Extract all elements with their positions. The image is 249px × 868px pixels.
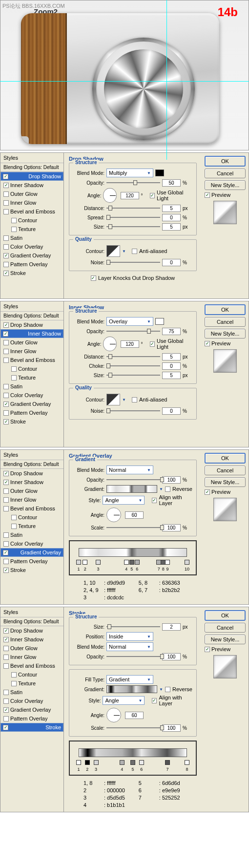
checkbox-icon[interactable] <box>3 419 9 424</box>
value-input[interactable] <box>162 328 181 335</box>
checkbox-icon[interactable] <box>3 541 9 547</box>
checkbox-icon[interactable] <box>3 410 9 416</box>
checkbox-icon[interactable] <box>3 200 9 206</box>
checkbox-icon[interactable] <box>3 488 9 494</box>
style-item-pattern-overlay[interactable]: Pattern Overlay <box>0 557 63 566</box>
new-style-button[interactable]: New Style... <box>205 180 246 190</box>
style-item-bevel-and-emboss[interactable]: Bevel and Emboss <box>0 356 63 364</box>
style-item-contour[interactable]: Contour <box>0 513 63 522</box>
style-item-satin[interactable]: Satin <box>0 382 63 391</box>
checkbox-icon[interactable] <box>11 366 17 372</box>
cancel-button[interactable]: Cancel <box>205 623 246 633</box>
checkbox-icon[interactable] <box>3 559 9 564</box>
slider[interactable] <box>106 362 160 370</box>
dropdown[interactable]: Angle▼ <box>103 696 145 705</box>
gradient-stop[interactable] <box>94 760 99 765</box>
checkbox-icon[interactable] <box>205 647 210 652</box>
style-item-drop-shadow[interactable]: Drop Shadow <box>0 469 63 478</box>
color-swatch[interactable] <box>155 318 164 325</box>
gradient-stop[interactable] <box>120 760 124 765</box>
value-input[interactable] <box>162 524 181 531</box>
style-item-satin[interactable]: Satin <box>0 688 63 697</box>
new-style-button[interactable]: New Style... <box>205 635 246 644</box>
checkbox-icon[interactable] <box>3 253 9 258</box>
value-input[interactable] <box>162 362 181 370</box>
checkbox-icon[interactable] <box>3 322 9 328</box>
value-input[interactable] <box>162 223 181 231</box>
ok-button[interactable]: OK <box>205 610 246 621</box>
style-item-bevel-and-emboss[interactable]: Bevel and Emboss <box>0 661 63 670</box>
value-input[interactable] <box>162 724 181 732</box>
cancel-button[interactable]: Cancel <box>205 466 246 475</box>
dropdown[interactable]: Angle▼ <box>103 496 145 505</box>
checkbox-icon[interactable] <box>11 515 17 520</box>
checkbox-icon[interactable] <box>91 275 96 281</box>
value-input[interactable] <box>121 192 139 199</box>
value-input[interactable] <box>125 712 144 719</box>
checkbox-icon[interactable] <box>3 690 9 695</box>
style-item-inner-glow[interactable]: Inner Glow <box>0 495 63 504</box>
style-item-inner-glow[interactable]: Inner Glow <box>0 198 63 207</box>
gradient-stop[interactable] <box>96 560 101 565</box>
ok-button[interactable]: OK <box>205 304 246 315</box>
checkbox-icon[interactable] <box>3 480 9 485</box>
style-item-texture[interactable]: Texture <box>0 373 63 382</box>
gradient-stop[interactable] <box>185 760 189 765</box>
style-item-outer-glow[interactable]: Outer Glow <box>0 487 63 495</box>
style-item-stroke[interactable]: Stroke <box>0 417 63 426</box>
dropdown[interactable]: Normal▼ <box>106 466 153 474</box>
styles-header[interactable]: Styles <box>0 607 63 617</box>
color-swatch[interactable] <box>155 169 164 176</box>
styles-header[interactable]: Styles <box>0 153 63 163</box>
checkbox-icon[interactable] <box>165 687 170 692</box>
checkbox-icon[interactable] <box>205 341 210 346</box>
style-item-gradient-overlay[interactable]: Gradient Overlay <box>0 548 63 557</box>
gradient-stop[interactable] <box>76 760 81 765</box>
slider[interactable] <box>106 179 160 187</box>
checkbox-icon[interactable] <box>11 375 17 381</box>
dropdown[interactable]: Gradient▼ <box>106 675 153 684</box>
style-item-texture[interactable]: Texture <box>0 225 63 233</box>
slider[interactable] <box>106 524 160 531</box>
style-item-contour[interactable]: Contour <box>0 364 63 373</box>
value-input[interactable] <box>162 205 181 212</box>
checkbox-icon[interactable] <box>3 183 9 188</box>
cancel-button[interactable]: Cancel <box>205 317 246 327</box>
checkbox-icon[interactable] <box>11 672 17 677</box>
value-input[interactable] <box>121 340 139 348</box>
checkbox-icon[interactable] <box>3 637 9 642</box>
checkbox-icon[interactable] <box>132 249 137 254</box>
gradient-stop[interactable] <box>124 560 129 565</box>
slider[interactable] <box>106 476 160 484</box>
checkbox-icon[interactable] <box>152 698 157 703</box>
blending-options[interactable]: Blending Options: Default <box>0 460 63 469</box>
value-input[interactable] <box>162 179 181 187</box>
dropdown[interactable]: Overlay▼ <box>106 317 153 326</box>
blending-options[interactable]: Blending Options: Default <box>0 163 63 172</box>
style-item-inner-shadow[interactable]: Inner Shadow <box>0 329 63 338</box>
slider[interactable] <box>106 371 160 379</box>
checkbox-icon[interactable] <box>3 532 9 538</box>
style-item-color-overlay[interactable]: Color Overlay <box>0 391 63 400</box>
styles-header[interactable]: Styles <box>0 301 63 312</box>
checkbox-icon[interactable] <box>150 341 155 347</box>
style-item-color-overlay[interactable]: Color Overlay <box>0 242 63 251</box>
checkbox-icon[interactable] <box>3 209 9 214</box>
value-input[interactable] <box>162 407 181 415</box>
checkbox-icon[interactable] <box>3 331 8 337</box>
value-input[interactable] <box>162 653 181 660</box>
checkbox-icon[interactable] <box>11 524 17 529</box>
gradient-stop[interactable] <box>76 560 81 565</box>
slider[interactable] <box>106 258 160 266</box>
checkbox-icon[interactable] <box>205 192 210 198</box>
checkbox-icon[interactable] <box>3 174 8 179</box>
blending-options[interactable]: Blending Options: Default <box>0 312 63 320</box>
value-input[interactable] <box>162 623 181 631</box>
checkbox-icon[interactable] <box>3 235 9 241</box>
ok-button[interactable]: OK <box>205 453 246 464</box>
gradient-stop[interactable] <box>130 760 135 765</box>
style-item-gradient-overlay[interactable]: Gradient Overlay <box>0 705 63 714</box>
gradient-strip[interactable] <box>79 748 187 757</box>
style-item-inner-glow[interactable]: Inner Glow <box>0 653 63 661</box>
checkbox-icon[interactable] <box>3 471 9 476</box>
